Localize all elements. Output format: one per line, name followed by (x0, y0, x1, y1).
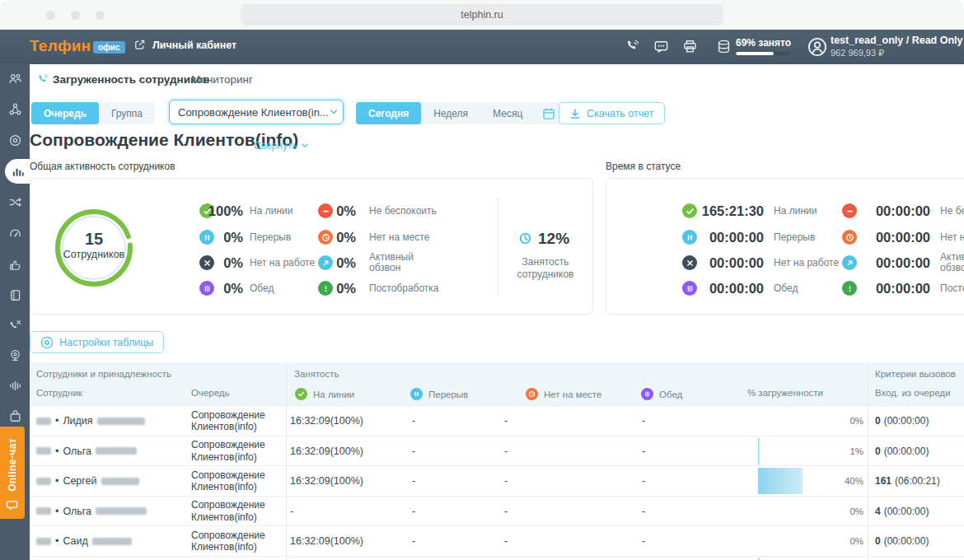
sidebar-item-speed[interactable] (0, 221, 30, 245)
user-account-menu[interactable]: test_read_only / Read Only 962 969,93 ₽ (831, 35, 962, 58)
off-work-status-icon (199, 255, 214, 270)
break-cell: - (412, 497, 415, 527)
collapse-link[interactable]: Свернуть (254, 140, 309, 152)
sidebar-item-missed-calls[interactable] (0, 312, 30, 337)
personal-cabinet-link[interactable]: Личный кабинет (133, 39, 236, 51)
capacity-progress-fill (736, 52, 774, 55)
stat-label: Перерыв (774, 230, 815, 245)
redacted-extension (36, 507, 51, 515)
printer-icon[interactable] (682, 39, 698, 54)
window-minimize-button[interactable] (71, 11, 80, 20)
toggle-group[interactable]: Группа (99, 102, 155, 124)
download-report-button[interactable]: Скачать отчет (559, 102, 665, 124)
lunch-cell: - (642, 526, 645, 557)
employee-name: •Саид (36, 526, 132, 557)
tab-monitoring[interactable]: Мониторинг (191, 73, 253, 86)
redacted-surname (92, 538, 132, 545)
online-time-cell: - (290, 497, 293, 527)
load-percent: 40% (796, 466, 863, 497)
activity-card: 15 Сотрудников 100% На линии 0% Перерыв … (30, 178, 593, 315)
download-icon (569, 108, 581, 119)
tab-employee-load[interactable]: Загруженность сотрудников (53, 73, 209, 86)
stat-label: Нет на работе (250, 255, 315, 270)
sidebar-item-quality[interactable] (0, 252, 30, 277)
stat-value: 00:00:00 (709, 281, 764, 296)
toggle-queue[interactable]: Очередь (31, 102, 99, 124)
stat-value: 00:00:00 (876, 203, 930, 218)
sidebar-item-statistics-active[interactable] (5, 159, 30, 184)
sidebar-item-journal[interactable] (0, 282, 30, 307)
telphin-logo: Телфин (30, 37, 91, 55)
stat-value: 0% (336, 203, 356, 218)
stat-value: 0% (223, 281, 243, 296)
table-row[interactable]: •Ольга Сопровождение Клиентов(info) 16:3… (30, 436, 964, 466)
capacity-indicator[interactable]: 69% занято (736, 37, 793, 55)
redacted-extension (36, 447, 51, 455)
sidebar-item-network[interactable] (0, 96, 30, 121)
queue-cell: Сопровождение Клиентов(info) (191, 439, 288, 463)
sidebar-item-voice[interactable] (0, 373, 30, 398)
webcam-icon (8, 348, 22, 362)
target-icon (8, 133, 22, 147)
queue-cell: Сопровождение Клиентов(info) (191, 530, 288, 553)
phone-missed-icon (8, 318, 22, 332)
phone-icon[interactable] (625, 39, 640, 54)
redacted-surname (96, 507, 147, 515)
group-header-employees: Сотрудники и принадлежность (36, 369, 171, 379)
stat-label: Нет на месте (369, 230, 429, 245)
sidebar-item-users[interactable] (0, 66, 30, 91)
briefcase-icon (8, 409, 22, 423)
chevron-down-icon (329, 107, 339, 117)
column-divider (286, 362, 287, 560)
group-header-busy: Занятость (294, 369, 339, 379)
col-away: Нет на месте (526, 388, 601, 400)
stat-label: Обед (774, 281, 798, 296)
external-link-icon (133, 39, 146, 51)
storage-icon[interactable] (716, 39, 732, 54)
notebook-icon (8, 288, 22, 302)
personal-cabinet-label: Личный кабинет (152, 40, 236, 51)
app-frame: telphin.ru Телфин офис Личный кабинет 69… (0, 0, 964, 560)
break-cell: - (412, 436, 415, 467)
window-zoom-button[interactable] (96, 11, 105, 20)
employee-name: •Ольга (36, 436, 137, 467)
load-percent: 0% (796, 497, 863, 527)
sidebar: Online-чат (0, 64, 30, 560)
chat-icon[interactable] (653, 39, 669, 54)
employee-name: •Сергей (36, 466, 139, 497)
app-header: Телфин офис Личный кабинет 69% занято te… (0, 30, 964, 64)
load-percent: 0% (796, 406, 863, 436)
stat-label: Нет на работе (774, 255, 839, 270)
avatar-icon[interactable] (807, 37, 827, 57)
sidebar-item-services[interactable] (0, 404, 30, 428)
lunch-status-icon (682, 281, 697, 296)
period-today[interactable]: Сегодня (356, 102, 421, 124)
period-week[interactable]: Неделя (421, 102, 480, 124)
col-online: На линии (295, 388, 354, 400)
sidebar-item-records[interactable] (0, 343, 30, 367)
table-settings-button[interactable]: Настройки таблицы (30, 331, 164, 353)
sidebar-item-transfers[interactable] (0, 189, 30, 214)
table-row[interactable]: •Лидия Сопровождение Клиентов(info) 16:3… (30, 405, 964, 436)
gauge-icon (8, 226, 22, 240)
away-status-icon (318, 230, 333, 245)
online-chat-tab[interactable]: Online-чат (0, 427, 25, 519)
sidebar-item-target[interactable] (0, 128, 30, 152)
stat-value: 00:00:00 (876, 255, 930, 270)
table-row[interactable]: •Ольга Сопровождение Клиентов(info) - - … (30, 496, 964, 526)
lunch-status-icon (199, 281, 214, 296)
stat-label: На линии (774, 203, 817, 218)
window-close-button[interactable] (46, 11, 55, 20)
period-month[interactable]: Месяц (480, 102, 535, 124)
check-icon (295, 388, 307, 400)
queue-select[interactable]: Сопровождение Клиентов(in... (169, 100, 344, 124)
lunch-cell: - (642, 436, 645, 467)
address-bar[interactable]: telphin.ru (241, 4, 723, 26)
stat-value: 100% (208, 203, 243, 218)
table-row[interactable]: •Сергей Сопровождение Клиентов(info) 16:… (30, 465, 964, 496)
stat-label: Активный обзвон (940, 252, 964, 273)
table-row[interactable]: •Саид Сопровождение Клиентов(info) 16:32… (30, 525, 964, 556)
period-toggle: Сегодня Неделя Месяц (356, 102, 563, 124)
shuffle-icon (8, 195, 22, 209)
dnd-status-icon (318, 203, 333, 218)
